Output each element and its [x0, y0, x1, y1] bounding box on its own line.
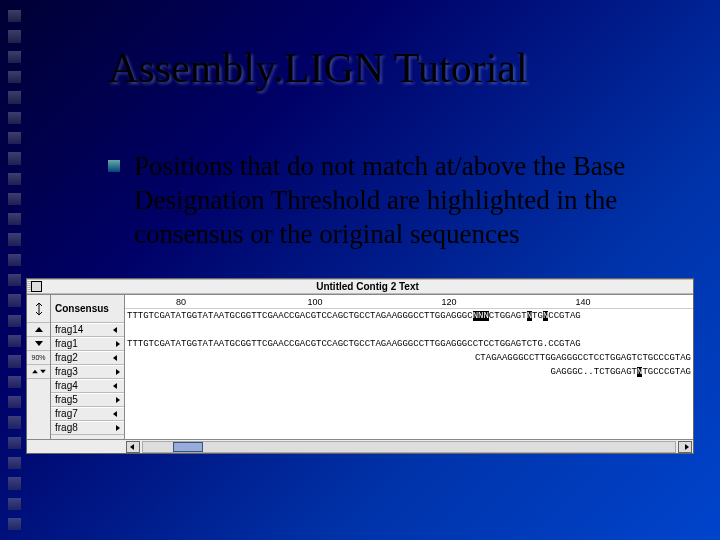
sequence-panel[interactable]: 80100120140 TTTGTCGATATGGTATAATGCGGTTCGA… — [125, 295, 693, 439]
sequence-name[interactable]: frag5 — [51, 393, 124, 407]
sequence-row[interactable] — [125, 393, 693, 407]
sequence-name[interactable]: frag3 — [51, 365, 124, 379]
direction-icon — [113, 411, 117, 417]
sequence-name[interactable]: frag7 — [51, 407, 124, 421]
sequence-name[interactable]: frag4 — [51, 379, 124, 393]
collapse-button[interactable] — [27, 365, 50, 379]
scroll-track[interactable] — [142, 441, 676, 453]
horizontal-scrollbar[interactable] — [27, 439, 693, 453]
direction-icon — [113, 327, 117, 333]
sequence-name[interactable]: frag1 — [51, 337, 124, 351]
sequence-name[interactable]: frag2 — [51, 351, 124, 365]
scroll-left-button[interactable] — [126, 441, 140, 453]
scroll-right-button[interactable] — [678, 441, 692, 453]
sequence-row[interactable]: TTTGTCGATATGGTATAATGCGGTTCGAACCGACGTCCAG… — [125, 337, 693, 351]
direction-icon — [116, 397, 120, 403]
ruler-tick: 120 — [441, 297, 456, 307]
sequence-name[interactable]: Consensus — [51, 295, 124, 323]
direction-icon — [113, 383, 117, 389]
sort-down-button[interactable] — [27, 337, 50, 351]
slide-bullet-text: Positions that do not match at/above the… — [134, 150, 680, 251]
sequence-row[interactable]: CTAGAAGGGCCTTGGAGGGCCTCCTGGAGTCTGCCCGTAG — [125, 351, 693, 365]
sequence-row[interactable] — [125, 323, 693, 337]
sequence-row[interactable]: TTTGTCGATATGGTATAATGCGGTTCGAACCGACGTCCAG… — [125, 309, 693, 323]
direction-icon — [116, 425, 120, 431]
bullet-icon — [108, 160, 120, 172]
slide-title: Assembly.LIGN Tutorial — [108, 44, 528, 92]
sequence-row[interactable] — [125, 421, 693, 435]
contig-window: Untitled Contig 2 Text 90% Consensusfrag… — [26, 278, 694, 454]
window-title: Untitled Contig 2 Text — [42, 281, 693, 292]
sequence-name[interactable]: frag14 — [51, 323, 124, 337]
quality-threshold-label[interactable]: 90% — [27, 351, 50, 365]
sequence-row[interactable] — [125, 379, 693, 393]
sequence-row[interactable] — [125, 407, 693, 421]
window-titlebar[interactable]: Untitled Contig 2 Text — [27, 279, 693, 295]
sequence-name-column: Consensusfrag14frag1frag2frag3frag4frag5… — [51, 295, 125, 439]
slide-bullet: Positions that do not match at/above the… — [108, 150, 680, 251]
slide-decorative-dots — [8, 10, 26, 530]
direction-icon — [116, 341, 120, 347]
sort-up-button[interactable] — [27, 323, 50, 337]
ruler-tick: 100 — [307, 297, 322, 307]
ruler-tick: 140 — [575, 297, 590, 307]
cursor-tool-button[interactable] — [27, 295, 50, 323]
sequence-row[interactable]: GAGGGC..TCTGGAGTNTGCCCGTAG — [125, 365, 693, 379]
control-column: 90% — [27, 295, 51, 439]
sequence-name[interactable]: frag8 — [51, 421, 124, 435]
ruler-tick: 80 — [176, 297, 186, 307]
close-icon[interactable] — [31, 281, 42, 292]
scroll-thumb[interactable] — [173, 442, 203, 452]
direction-icon — [113, 355, 117, 361]
position-ruler: 80100120140 — [125, 295, 693, 309]
direction-icon — [116, 369, 120, 375]
